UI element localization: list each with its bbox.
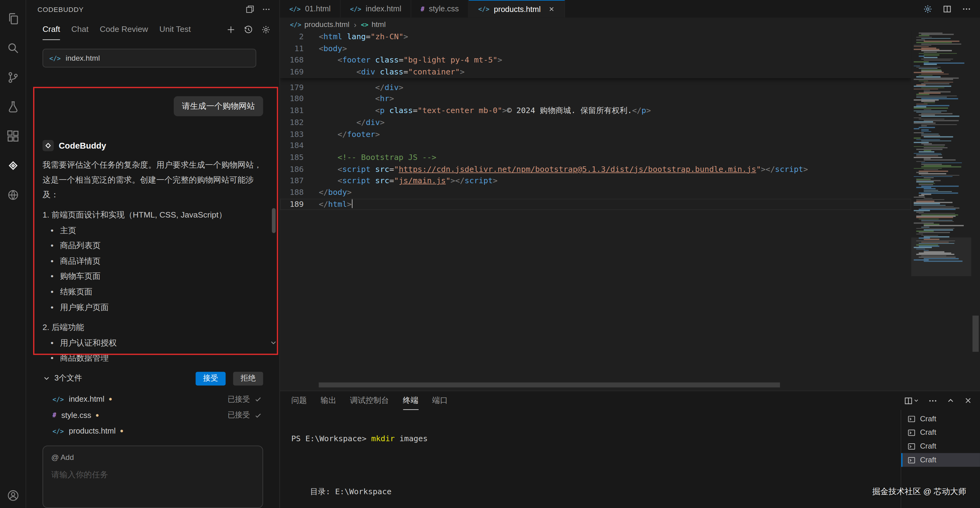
more-actions-icon[interactable]	[962, 4, 971, 13]
section1-title: 1. 前端页面设计和实现（HTML, CSS, JavaScript）	[43, 208, 263, 223]
panel-tab-output[interactable]: 输出	[321, 391, 336, 410]
code-line-179: 179 </div>	[280, 82, 912, 94]
file-row-products-html[interactable]: </> products.html •	[43, 424, 263, 440]
html-file-icon: </>	[290, 21, 301, 28]
breadcrumb-symbol-label: html	[371, 20, 385, 29]
terminal-line	[291, 476, 900, 486]
symbol-html-icon: <>	[361, 21, 369, 28]
file-status: 已接受	[228, 394, 250, 405]
close-panel-icon[interactable]	[964, 396, 973, 405]
list-item: 用户账户页面	[43, 300, 263, 315]
breadcrumb-file[interactable]: </> products.html	[290, 20, 349, 29]
file-name: index.html	[68, 395, 104, 404]
modified-dot: •	[109, 397, 112, 403]
source-control-icon[interactable]	[0, 62, 26, 92]
codebuddy-icon[interactable]	[0, 151, 26, 180]
tab-craft[interactable]: Craft	[43, 19, 60, 40]
terminal-command: mkdir	[371, 433, 395, 443]
tab-products-html[interactable]: </> products.html	[469, 0, 565, 17]
terminal-item[interactable]: Craft	[901, 425, 980, 440]
assistant-paragraph: 我需要评估这个任务的复杂度。用户要求生成一个购物网站，这是一个相当宽泛的需求。创…	[43, 157, 263, 203]
accept-button[interactable]: 接受	[196, 371, 226, 385]
terminal-item-label: Craft	[920, 456, 936, 465]
panel-tab-debug-console[interactable]: 调试控制台	[350, 391, 389, 410]
file-row-style-css[interactable]: # style.css • 已接受	[43, 408, 263, 424]
line-number: 183	[280, 129, 319, 140]
multi-window-icon[interactable]	[246, 5, 255, 14]
history-icon[interactable]	[243, 25, 253, 34]
tab-index-html[interactable]: </> index.html	[341, 0, 412, 17]
settings-gear-icon[interactable]	[261, 25, 271, 34]
split-editor-icon[interactable]	[943, 4, 952, 13]
terminal-item-selected[interactable]: Craft	[901, 453, 980, 467]
context-file-chip[interactable]: </> index.html	[43, 49, 256, 67]
tab-label: index.html	[366, 4, 401, 13]
horizontal-scrollbar[interactable]	[319, 383, 780, 387]
scroll-down-indicator[interactable]	[269, 338, 278, 347]
code-line-2: 2<html lang="zh-CN">	[280, 31, 912, 43]
breadcrumb-separator: ›	[354, 20, 357, 29]
panel-tab-terminal[interactable]: 终端	[402, 391, 418, 410]
reject-button[interactable]: 拒绝	[233, 371, 263, 385]
sidebar-tabs: Craft Chat Code Review Unit Test	[26, 19, 280, 40]
chevron-down-icon[interactable]	[43, 375, 51, 383]
tab-01-html[interactable]: </> 01.html	[280, 0, 341, 17]
list-item: 结账页面	[43, 284, 263, 300]
check-icon[interactable]	[255, 396, 262, 403]
globe-icon[interactable]	[0, 180, 26, 209]
files-count-label: 3个文件	[54, 373, 82, 384]
minimap[interactable]	[912, 31, 971, 391]
modified-dot: •	[120, 428, 124, 435]
html-file-icon: </>	[52, 428, 64, 435]
tab-chat[interactable]: Chat	[72, 19, 89, 40]
code-editor[interactable]: 2<html lang="zh-CN">11<body>168 <footer …	[280, 31, 912, 391]
panel-tab-ports[interactable]: 端口	[432, 391, 448, 410]
code-line-188: 188</body>	[280, 187, 912, 198]
code-line-182: 182 </div>	[280, 117, 912, 129]
split-terminal-icon[interactable]	[904, 396, 920, 405]
account-icon[interactable]	[0, 483, 26, 508]
maximize-panel-icon[interactable]	[946, 396, 955, 405]
tab-code-review[interactable]: Code Review	[100, 19, 148, 40]
terminal-item[interactable]: Craft	[901, 440, 980, 453]
tab-label: style.css	[429, 4, 459, 13]
extensions-icon[interactable]	[0, 121, 26, 151]
panel-tab-problems[interactable]: 问题	[291, 391, 307, 410]
terminal-output[interactable]: PS E:\Workspace> mkdir images 目录: E:\Wor…	[280, 410, 900, 508]
editor-tab-bar: </> 01.html </> index.html # style.css <…	[280, 0, 980, 17]
tab-unit-test[interactable]: Unit Test	[159, 19, 191, 40]
terminal-icon	[907, 414, 916, 423]
codebuddy-sidebar: CODEBUDDY Craft Chat Code Review Unit Te…	[26, 0, 280, 508]
more-icon[interactable]	[262, 5, 271, 14]
list-item: 主页	[43, 223, 263, 238]
minimap-slider[interactable]	[912, 237, 971, 276]
search-icon[interactable]	[0, 33, 26, 62]
breadcrumb-file-label: products.html	[304, 20, 349, 29]
line-number: 11	[280, 43, 319, 54]
tab-style-css[interactable]: # style.css	[411, 0, 469, 17]
pages-icon[interactable]	[0, 4, 26, 33]
code-line-168: 168 <footer class="bg-light py-4 mt-5">	[280, 54, 912, 66]
task-input-placeholder: 请输入你的任务	[51, 469, 255, 481]
modified-dot: •	[95, 413, 99, 419]
chat-scrollbar-thumb[interactable]	[272, 208, 275, 233]
list-item: 用户认证和授权	[43, 335, 263, 351]
section1-list: 主页商品列表页商品详情页购物车页面结账页面用户账户页面	[43, 223, 263, 315]
close-icon[interactable]	[548, 6, 555, 12]
line-number: 185	[280, 152, 319, 163]
task-input-box[interactable]: @ Add 请输入你的任务	[43, 446, 263, 508]
settings-gear-icon[interactable]	[923, 4, 932, 13]
html-file-icon: </>	[478, 6, 489, 12]
breadcrumb-symbol[interactable]: <> html	[361, 20, 386, 29]
new-session-plus-icon[interactable]	[226, 25, 235, 34]
file-row-index-html[interactable]: </> index.html • 已接受	[43, 392, 263, 408]
line-number: 186	[280, 163, 319, 175]
test-beaker-icon[interactable]	[0, 92, 26, 121]
tab-label: products.html	[494, 5, 541, 13]
more-actions-icon[interactable]	[928, 396, 938, 405]
check-icon[interactable]	[255, 412, 262, 419]
terminal-item[interactable]: Craft	[901, 412, 980, 425]
add-context-button[interactable]: @ Add	[51, 453, 74, 462]
code-line-180: 180 <hr>	[280, 94, 912, 105]
vertical-scrollbar[interactable]	[971, 31, 980, 391]
